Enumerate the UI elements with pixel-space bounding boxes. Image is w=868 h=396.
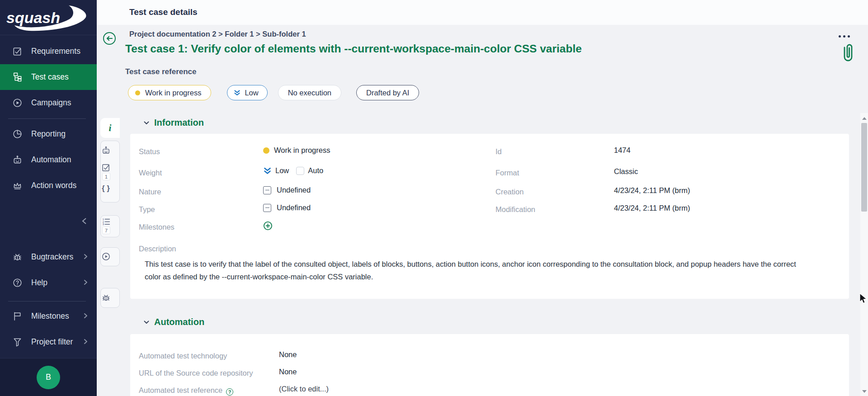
automation-section-header[interactable]: Automation (144, 317, 204, 327)
chevron-down-icon (144, 321, 149, 324)
automation-section-title: Automation (154, 317, 204, 327)
automated-test-reference-value[interactable]: (Click to edit...) (279, 385, 329, 393)
breadcrumb[interactable]: Project documentation 2 > Folder 1 > Sub… (129, 30, 306, 38)
execution-badge-label: No execution (288, 89, 331, 97)
information-section-header[interactable]: Information (144, 118, 204, 128)
back-button[interactable] (103, 32, 116, 45)
nature-value[interactable]: Undefined (263, 186, 311, 194)
sidebar-divider (8, 301, 86, 302)
description-text[interactable]: This test case is to verify that the lab… (145, 258, 814, 283)
tab-parameters[interactable]: { } (97, 184, 115, 193)
sidebar-nav-secondary: Reporting Automation Action words (0, 121, 97, 198)
checkbox-icon (101, 163, 111, 172)
sidebar-item-bugtrackers[interactable]: Bugtrackers (0, 244, 97, 270)
sidebar: squash Requirements Test cases Campaigns… (0, 0, 97, 396)
attachments-button[interactable] (842, 43, 854, 64)
drafted-by-ai-badge-label: Drafted by AI (366, 89, 409, 97)
status-value[interactable]: Work in progress (263, 146, 330, 155)
double-chevron-down-icon (263, 167, 272, 175)
sidebar-collapse-button[interactable] (0, 212, 97, 230)
sidebar-item-help[interactable]: Help (0, 270, 97, 296)
sidebar-item-campaigns[interactable]: Campaigns (0, 90, 97, 116)
scrollbar-thumb[interactable] (861, 123, 867, 212)
sidebar-item-label: Test cases (31, 72, 69, 82)
sidebar-item-label: Automation (31, 155, 71, 165)
sidebar-item-label: Milestones (31, 311, 69, 321)
field-label: Milestones (139, 223, 175, 231)
sidebar-item-project-filter[interactable]: Project filter (0, 329, 97, 355)
information-panel: Status Work in progress Weight Low Auto … (130, 134, 849, 299)
help-icon[interactable]: ? (226, 388, 233, 396)
sidebar-item-label: Action words (31, 181, 76, 190)
question-circle-icon (12, 278, 23, 288)
execution-badge[interactable]: No execution (278, 85, 341, 100)
status-badge[interactable]: Work in progress (128, 85, 211, 100)
sidebar-nav-filters: Milestones Project filter (0, 303, 97, 355)
weight-value[interactable]: Low Auto (263, 166, 323, 175)
sidebar-item-reporting[interactable]: Reporting (0, 121, 97, 147)
tree-icon (12, 72, 23, 82)
field-label: Weight (139, 169, 162, 177)
main-content: Test case details Project documentation … (97, 0, 868, 396)
chevron-right-icon (83, 252, 89, 262)
drafted-by-ai-badge[interactable]: Drafted by AI (356, 85, 419, 100)
field-label: URL of the Source code repository (139, 369, 253, 377)
tab-executions[interactable] (97, 252, 115, 261)
sidebar-item-milestones[interactable]: Milestones (0, 303, 97, 329)
funnel-icon (12, 337, 23, 347)
status-badge-label: Work in progress (145, 89, 201, 97)
page-header: Test case details (97, 0, 868, 25)
type-value[interactable]: Undefined (263, 203, 311, 212)
tab-information[interactable]: i (100, 118, 120, 138)
sidebar-item-automation[interactable]: Automation (0, 147, 97, 173)
source-repo-url-value: None (279, 368, 297, 376)
test-case-reference-label: Test case reference (125, 67, 197, 76)
id-value: 1474 (614, 146, 631, 155)
sidebar-item-label: Requirements (31, 47, 80, 56)
scroll-down-arrow-icon[interactable] (862, 390, 867, 393)
weight-badge-label: Low (245, 89, 258, 97)
weight-badge[interactable]: Low (227, 85, 267, 100)
sidebar-item-requirements[interactable]: Requirements (0, 38, 97, 64)
scroll-up-arrow-icon[interactable] (862, 117, 867, 120)
undefined-square-icon (263, 186, 271, 194)
add-milestone-button[interactable] (263, 221, 273, 231)
requirements-count-badge: 1 (102, 173, 110, 180)
vertical-scrollbar[interactable] (860, 113, 868, 396)
tab-issues[interactable] (97, 293, 115, 302)
sidebar-item-action-words[interactable]: Action words (0, 173, 97, 198)
modification-value: 4/23/24, 2:11 PM (brm) (614, 204, 690, 212)
chevron-right-icon (83, 278, 89, 288)
pie-chart-icon (12, 129, 23, 139)
crown-icon (12, 180, 23, 191)
description-label: Description (139, 245, 176, 253)
sidebar-item-label: Reporting (31, 129, 66, 139)
field-label: Automated test reference? (139, 386, 233, 396)
ordered-list-icon: 1 2 3 (101, 217, 111, 226)
svg-text:3: 3 (103, 222, 104, 226)
flag-icon (12, 311, 23, 321)
double-chevron-down-icon (234, 90, 241, 96)
field-label: Automated test technology (139, 352, 227, 360)
sidebar-item-label: Bugtrackers (31, 252, 73, 262)
tab-requirements[interactable] (97, 163, 115, 172)
robot-icon (101, 146, 111, 155)
chevron-right-icon (83, 311, 89, 321)
squash-logo[interactable]: squash (0, 0, 97, 35)
field-label: Status (139, 147, 160, 156)
avatar[interactable]: B (37, 366, 60, 389)
sidebar-divider (8, 118, 86, 119)
chevron-left-icon (81, 217, 88, 225)
automated-test-technology-value: None (279, 350, 297, 359)
sidebar-item-test-cases[interactable]: Test cases (0, 64, 97, 90)
tab-automation[interactable] (97, 146, 115, 155)
plus-circle-icon (263, 221, 273, 231)
arrow-left-icon (106, 36, 113, 41)
field-label: Format (495, 169, 519, 177)
status-dot-icon (135, 90, 140, 95)
squash-logo-graphic: squash (5, 4, 89, 32)
field-label: Id (495, 147, 502, 156)
auto-weight-checkbox[interactable] (296, 167, 304, 175)
tab-steps[interactable]: 1 2 3 (97, 217, 115, 226)
more-menu-icon[interactable] (839, 35, 850, 38)
